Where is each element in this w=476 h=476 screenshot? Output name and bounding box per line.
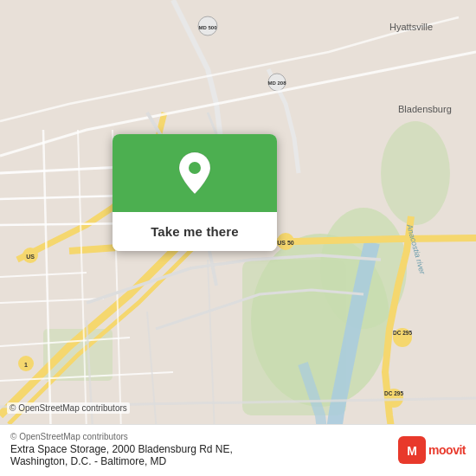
svg-text:MD 500: MD 500 <box>198 25 217 30</box>
openstreetmap-attribution: © OpenStreetMap contributors <box>10 432 233 441</box>
svg-point-4 <box>381 121 450 225</box>
location-card: Take me there <box>113 134 277 251</box>
svg-text:Bladensburg: Bladensburg <box>398 104 452 114</box>
location-address: Extra Space Storage, 2000 Bladensburg Rd… <box>10 443 233 467</box>
svg-text:DC 295: DC 295 <box>393 330 412 336</box>
bottom-info: © OpenStreetMap contributors Extra Space… <box>10 432 233 467</box>
svg-text:MD 208: MD 208 <box>267 80 286 86</box>
svg-text:US 50: US 50 <box>277 240 294 246</box>
osm-attribution: © OpenStreetMap contributors <box>7 402 130 414</box>
svg-text:US: US <box>26 254 35 260</box>
moovit-icon: M <box>398 436 426 464</box>
svg-text:Hyattsville: Hyattsville <box>389 22 433 32</box>
take-me-there-button[interactable]: Take me there <box>113 212 277 251</box>
svg-rect-3 <box>242 260 346 415</box>
svg-text:DC 295: DC 295 <box>384 390 403 396</box>
svg-text:1: 1 <box>24 362 28 368</box>
map-container: US 1 US 50 US 50 DC 295 DC 295 MD 500 MD… <box>0 0 476 476</box>
svg-point-40 <box>189 162 201 174</box>
moovit-logo: M moovit <box>398 436 466 464</box>
moovit-label: moovit <box>428 443 466 457</box>
svg-text:M: M <box>407 444 417 458</box>
bottom-bar: © OpenStreetMap contributors Extra Space… <box>0 424 476 476</box>
location-pin-icon <box>176 151 214 196</box>
card-map-preview <box>113 134 277 212</box>
